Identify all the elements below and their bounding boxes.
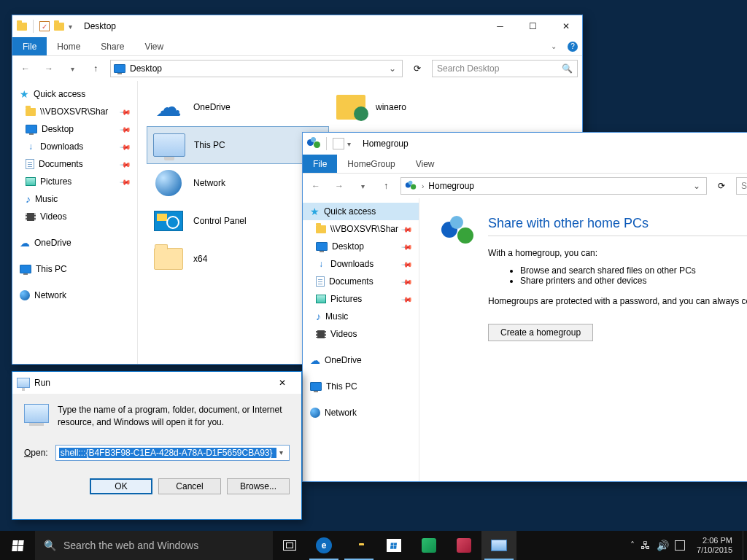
navpane-item[interactable]: Documents📌 bbox=[12, 155, 137, 173]
navpane-item[interactable]: Pictures📌 bbox=[12, 173, 137, 190]
browse-button[interactable]: Browse... bbox=[227, 478, 290, 494]
close-button[interactable]: ✕ bbox=[268, 373, 297, 393]
cancel-button[interactable]: Cancel bbox=[158, 478, 221, 494]
refresh-button[interactable]: ⟳ bbox=[409, 60, 426, 77]
create-homegroup-button[interactable]: Create a homegroup bbox=[488, 324, 593, 341]
titlebar[interactable]: ▾ Homegroup bbox=[303, 133, 747, 155]
pin-icon: 📌 bbox=[120, 158, 131, 170]
tab-homegroup[interactable]: HomeGroup bbox=[337, 155, 405, 173]
homegroup-bullets: Browse and search shared files on other … bbox=[520, 265, 747, 286]
navpane-item[interactable]: Desktop📌 bbox=[12, 120, 137, 138]
tray-overflow-icon[interactable]: ˄ bbox=[630, 540, 635, 551]
navpane-network[interactable]: Network bbox=[12, 287, 137, 304]
help-button[interactable]: ? bbox=[563, 37, 582, 55]
address-bar[interactable]: Desktop ⌄ bbox=[110, 60, 403, 77]
ribbon-expand-icon[interactable]: ⌄ bbox=[544, 37, 563, 55]
qat-icon[interactable] bbox=[333, 138, 344, 149]
nav-up-button[interactable]: ↑ bbox=[87, 60, 104, 77]
show-desktop-button[interactable] bbox=[743, 531, 747, 560]
qat-divider bbox=[33, 20, 34, 33]
tab-view[interactable]: View bbox=[134, 37, 174, 55]
ribbon: File Home Share View ⌄ ? bbox=[12, 37, 582, 56]
minimize-button[interactable]: ─ bbox=[484, 16, 516, 37]
tile-onedrive[interactable]: ☁OneDrive bbox=[147, 88, 329, 126]
navpane-item[interactable]: ♪Music bbox=[12, 190, 137, 208]
open-value[interactable]: shell:::{B4FB3F98-C1EA-428d-A78A-D1F5659… bbox=[59, 448, 276, 458]
navpane-item[interactable]: Desktop📌 bbox=[303, 238, 419, 255]
navpane-item[interactable]: ↓Downloads📌 bbox=[12, 138, 137, 155]
qat-customize-icon[interactable]: ▾ bbox=[69, 23, 72, 31]
tray-network-icon[interactable]: 🖧 bbox=[640, 540, 651, 551]
list-item: Browse and search shared files on other … bbox=[520, 265, 747, 276]
navpane-item[interactable]: Videos bbox=[12, 208, 137, 225]
qat-properties-icon[interactable]: ✓ bbox=[39, 21, 50, 31]
tab-share[interactable]: Share bbox=[90, 37, 134, 55]
run-titlebar[interactable]: Run ✕ bbox=[12, 372, 301, 394]
homegroup-content-pane: Share with other home PCs With a homegro… bbox=[419, 198, 747, 481]
task-view-button[interactable] bbox=[273, 531, 306, 560]
refresh-button[interactable]: ⟳ bbox=[713, 177, 730, 195]
start-button[interactable] bbox=[0, 531, 35, 560]
close-button[interactable]: ✕ bbox=[549, 16, 582, 37]
navpane-this-pc[interactable]: This PC bbox=[12, 260, 137, 278]
pin-icon: 📌 bbox=[401, 223, 413, 235]
navpane-this-pc[interactable]: This PC bbox=[303, 378, 419, 395]
cloud-icon: ☁ bbox=[20, 237, 30, 249]
navpane-onedrive[interactable]: ☁OneDrive bbox=[303, 351, 419, 369]
search-box[interactable]: Search Desktop 🔍 bbox=[432, 60, 578, 77]
navpane-item[interactable]: Documents📌 bbox=[303, 273, 419, 290]
address-dropdown-icon[interactable]: ⌄ bbox=[690, 181, 703, 191]
taskbar-clock[interactable]: 2:06 PM 7/10/2015 bbox=[691, 536, 738, 554]
taskbar-explorer-button[interactable] bbox=[341, 531, 376, 560]
taskbar-app1-button[interactable] bbox=[411, 531, 446, 560]
nav-back-button[interactable]: ← bbox=[17, 60, 34, 77]
taskbar-app2-button[interactable] bbox=[446, 531, 481, 560]
qat-customize-icon[interactable]: ▾ bbox=[347, 140, 351, 148]
navpane-item[interactable]: \\VBOXSVR\Shar📌 bbox=[303, 220, 419, 238]
pin-icon: 📌 bbox=[120, 123, 131, 135]
tile-winaero[interactable]: winaero bbox=[329, 88, 511, 126]
open-combobox[interactable]: shell:::{B4FB3F98-C1EA-428d-A78A-D1F5659… bbox=[55, 445, 290, 461]
navpane-item[interactable]: \\VBOXSVR\Shar📌 bbox=[12, 103, 137, 120]
navigation-pane: ★ Quick access \\VBOXSVR\Shar📌 Desktop📌 … bbox=[303, 198, 419, 481]
navpane-item[interactable]: Videos bbox=[303, 325, 419, 343]
tray-volume-icon[interactable]: 🔊 bbox=[657, 540, 669, 551]
navpane-network[interactable]: Network bbox=[303, 404, 419, 421]
tab-file[interactable]: File bbox=[12, 37, 47, 55]
taskbar-store-button[interactable] bbox=[376, 531, 411, 560]
nav-recent-icon[interactable]: ▾ bbox=[354, 177, 371, 195]
qat-newfolder-icon[interactable] bbox=[53, 21, 66, 31]
maximize-button[interactable]: ☐ bbox=[516, 16, 549, 37]
monitor-icon bbox=[20, 265, 31, 273]
titlebar[interactable]: ✓ ▾ Desktop ─ ☐ ✕ bbox=[12, 15, 582, 37]
nav-recent-icon[interactable]: ▾ bbox=[63, 60, 81, 77]
nav-forward-button: → bbox=[330, 177, 348, 195]
breadcrumb[interactable]: Desktop bbox=[130, 63, 162, 74]
search-box[interactable]: Search bbox=[736, 177, 747, 195]
navpane-item[interactable]: ♪Music bbox=[303, 308, 419, 325]
tray-action-center-icon[interactable] bbox=[675, 540, 685, 551]
taskbar-run-button[interactable] bbox=[481, 531, 516, 560]
navpane-quick-access[interactable]: ★ Quick access bbox=[303, 203, 419, 220]
quick-access-label: Quick access bbox=[34, 89, 85, 99]
breadcrumb[interactable]: Homegroup bbox=[428, 181, 474, 191]
chevron-right-icon: › bbox=[422, 182, 424, 190]
navpane-item[interactable]: ↓Downloads📌 bbox=[303, 255, 419, 273]
run-big-icon bbox=[24, 404, 49, 423]
search-placeholder: Search bbox=[741, 181, 747, 191]
taskbar-edge-button[interactable]: e bbox=[306, 531, 341, 560]
nav-up-button[interactable]: ↑ bbox=[377, 177, 395, 195]
address-dropdown-icon[interactable]: ⌄ bbox=[386, 63, 399, 74]
tab-file[interactable]: File bbox=[303, 155, 337, 173]
address-bar[interactable]: › Homegroup ⌄ bbox=[400, 177, 707, 195]
chevron-down-icon[interactable]: ▾ bbox=[276, 448, 286, 456]
navpane-onedrive[interactable]: ☁OneDrive bbox=[12, 234, 137, 252]
ok-button[interactable]: OK bbox=[90, 478, 152, 494]
homegroup-intro: With a homegroup, you can: bbox=[488, 248, 747, 258]
tab-view[interactable]: View bbox=[406, 155, 445, 173]
tab-home[interactable]: Home bbox=[47, 37, 90, 55]
search-placeholder: Search Desktop bbox=[437, 63, 562, 74]
taskbar-search[interactable]: 🔍 Search the web and Windows bbox=[35, 531, 273, 560]
navpane-item[interactable]: Pictures📌 bbox=[303, 290, 419, 308]
navpane-quick-access[interactable]: ★ Quick access bbox=[12, 85, 137, 103]
